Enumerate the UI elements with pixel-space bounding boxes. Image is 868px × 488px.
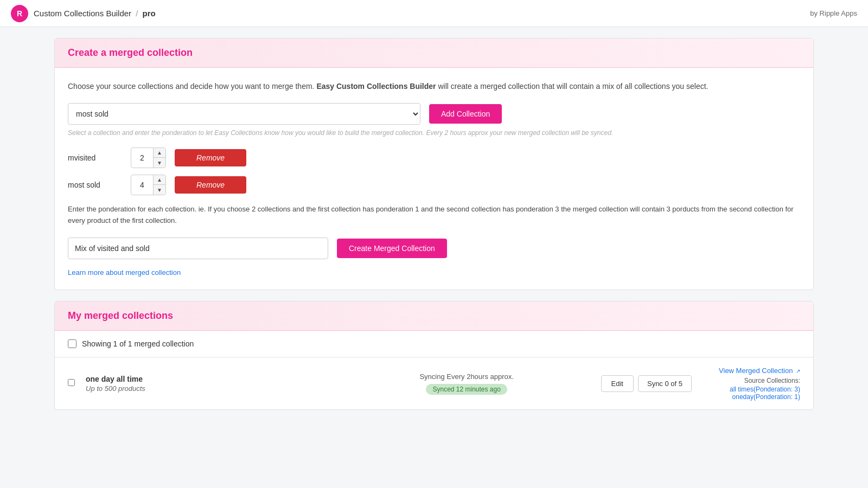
ponderation-down-mvisited[interactable]: ▼ [154,158,165,168]
merged-item-links: View Merged Collection ↗ Source Collecti… [703,367,800,401]
ponderation-input-mostsold: ▲ ▼ [131,175,166,195]
description: Choose your source collections and decid… [68,81,800,92]
main-content: Create a merged collection Choose your s… [43,27,825,432]
hint-text: Select a collection and enter the ponder… [68,129,800,137]
collection-name-mostsold: most sold [68,181,122,189]
description-bold: Easy Custom Collections Builder [316,82,436,91]
item-checkbox[interactable] [68,379,75,386]
app-title: Custom Collections Builder / pro [34,9,156,18]
ponderation-arrows-mvisited: ▲ ▼ [153,148,165,168]
source-link-oneday[interactable]: oneday(Ponderation: 1) [703,393,800,401]
sync-button[interactable]: Sync 0 of 5 [638,375,692,392]
learn-more-link[interactable]: Learn more about merged collection [68,268,181,277]
sync-schedule: Syncing Every 2hours approx. [343,373,590,381]
ponderation-value-mvisited[interactable] [131,151,153,164]
create-merged-header: Create a merged collection [55,38,813,68]
select-row: most sold mvisited most sold Add Collect… [68,103,800,125]
collection-item-mvisited: mvisited ▲ ▼ Remove [68,147,800,168]
create-merged-title: Create a merged collection [68,47,800,59]
title-separator: / [136,9,138,18]
remove-button-mvisited[interactable]: Remove [175,149,246,166]
topbar-left: R Custom Collections Builder / pro [11,5,156,22]
create-row: Create Merged Collection [68,237,800,259]
ponderation-input-mvisited: ▲ ▼ [131,147,166,168]
ponderation-explanation: Enter the ponderation for each collectio… [68,204,800,227]
collection-item-mostsold: most sold ▲ ▼ Remove [68,175,800,195]
ponderation-up-mvisited[interactable]: ▲ [154,148,165,158]
create-merged-card: Create a merged collection Choose your s… [54,38,814,290]
logo-icon: R [11,5,28,22]
item-checkbox-wrapper [68,379,75,388]
external-link-icon: ↗ [796,368,800,374]
create-merged-body: Choose your source collections and decid… [55,68,813,290]
ponderation-up-mostsold[interactable]: ▲ [154,175,165,185]
sync-status-badge: Synced 12 minutes ago [426,384,507,395]
merged-item-info: one day all time Up to 500 products [86,375,333,393]
source-link-alltimes[interactable]: all times(Ponderation: 3) [703,386,800,393]
ponderation-down-mostsold[interactable]: ▼ [154,185,165,195]
ponderation-value-mostsold[interactable] [131,178,153,191]
merged-item-row: one day all time Up to 500 products Sync… [55,357,813,409]
merged-name-input[interactable] [68,237,328,259]
topbar: R Custom Collections Builder / pro by Ri… [0,0,868,27]
create-merged-button[interactable]: Create Merged Collection [337,239,447,258]
my-collections-title: My merged collections [68,310,800,322]
merged-item-actions: Edit Sync 0 of 5 [601,375,692,392]
byline: by Ripple Apps [810,9,857,17]
source-collections-label: Source Collections: [703,377,800,384]
showing-text: Showing 1 of 1 merged collection [82,339,194,348]
edit-button[interactable]: Edit [601,375,634,392]
my-collections-card: My merged collections Showing 1 of 1 mer… [54,301,814,410]
collection-name-mvisited: mvisited [68,153,122,162]
showing-row: Showing 1 of 1 merged collection [55,331,813,357]
merged-item-sync: Syncing Every 2hours approx. Synced 12 m… [343,373,590,395]
merged-item-name: one day all time [86,375,333,383]
merged-item-subtitle: Up to 500 products [86,384,333,393]
ponderation-arrows-mostsold: ▲ ▼ [153,175,165,195]
remove-button-mostsold[interactable]: Remove [175,176,246,194]
add-collection-button[interactable]: Add Collection [429,104,502,124]
view-merged-link[interactable]: View Merged Collection ↗ [703,367,800,375]
collection-select[interactable]: most sold mvisited most sold [68,103,420,125]
my-collections-header: My merged collections [55,301,813,331]
select-all-checkbox[interactable] [68,339,76,348]
